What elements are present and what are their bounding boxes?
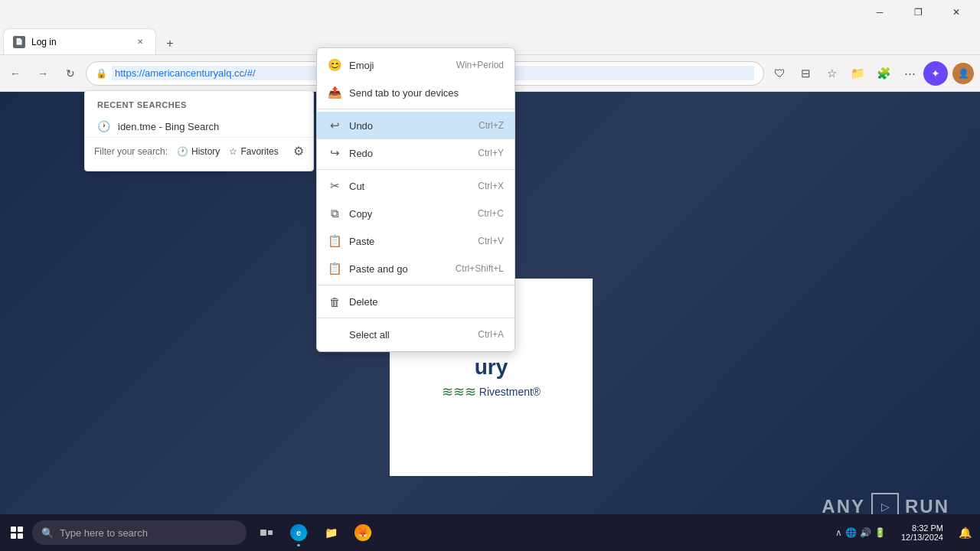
send-tab-label: Send tab to your devices [349,87,496,99]
active-tab[interactable]: 📄 Log in ✕ [3,28,156,54]
undo-shortcut: Ctrl+Z [479,120,504,131]
delete-label: Delete [349,296,496,308]
filter-bar: Filter your search: 🕐 History ☆ Favorite… [85,137,313,165]
history-icon: 🕐 [177,146,188,157]
redo-label: Redo [349,148,470,159]
paste-icon: 📋 [328,234,341,248]
copy-shortcut: Ctrl+C [478,208,504,219]
clock-time: 8:32 PM [901,523,943,533]
redo-shortcut: Ctrl+Y [478,148,504,158]
logo-waves: ≋≋≋ [442,383,476,400]
redo-icon: ↪ [328,146,341,160]
taskbar-search-placeholder: Type here to search [60,527,148,539]
menu-item-emoji[interactable]: 😊 Emoji Win+Period [317,51,514,79]
history-suggestion-icon: 🕐 [97,120,110,132]
menu-item-select-all[interactable]: Select all Ctrl+A [317,321,514,348]
taskbar-search[interactable]: 🔍 Type here to search [32,520,247,545]
logo-text-line1: ury [442,354,541,380]
copy-icon: ⧉ [328,207,341,220]
new-tab-button[interactable]: + [159,33,181,54]
edge-taskbar-item[interactable]: e [283,517,314,548]
paste-go-icon: 📋 [328,262,341,276]
back-button[interactable]: ← [3,61,28,86]
search-suggestion[interactable]: 🕐 iden.tme - Bing Search [85,116,313,137]
tab-title: Log in [31,37,128,47]
history-label: History [191,146,220,157]
select-all-shortcut: Ctrl+A [478,329,504,340]
forward-button[interactable]: → [31,61,55,86]
file-explorer-item[interactable]: 📁 [315,517,346,548]
split-screen-button[interactable]: ⊟ [793,61,818,86]
tv-rect-1 [260,530,266,536]
menu-item-cut[interactable]: ✂ Cut Ctrl+X [317,172,514,200]
task-view-button[interactable] [251,517,282,548]
title-bar: ─ ❐ ✕ [0,0,980,24]
taskbar: 🔍 Type here to search e 📁 🦊 ∧ 🌐 🔊 🔋 8:32 [0,514,980,551]
filter-favorites[interactable]: ☆ Favorites [229,146,278,157]
delete-icon: 🗑 [328,295,341,308]
lock-icon: 🔒 [96,68,107,79]
toolbar-icons: 🛡 ⊟ ☆ 📁 🧩 ⋯ ✦ 👤 [767,61,977,86]
extensions-button[interactable]: 🧩 [871,61,896,86]
browser-essentials-button[interactable]: 🛡 [767,61,792,86]
filter-settings-icon[interactable]: ⚙ [293,144,304,158]
menu-divider-2 [317,169,514,170]
favorites-label: Favorites [240,146,278,157]
taskbar-items: e 📁 🦊 [251,517,378,548]
collections-button[interactable]: 📁 [845,61,870,86]
logo-sub: ≋≋≋ Rivestment® [442,383,541,400]
tab-favicon: 📄 [13,36,25,48]
tab-close-button[interactable]: ✕ [134,36,146,48]
menu-item-copy[interactable]: ⧉ Copy Ctrl+C [317,200,514,227]
menu-item-undo[interactable]: ↩ Undo Ctrl+Z [317,112,514,139]
battery-icon[interactable]: 🔋 [874,527,886,538]
profile-avatar[interactable]: 👤 [952,63,974,84]
start-button[interactable] [3,519,31,546]
emoji-label: Emoji [349,60,449,71]
menu-item-paste[interactable]: 📋 Paste Ctrl+V [317,227,514,255]
copilot-button[interactable]: ✦ [923,61,948,86]
emoji-icon: 😊 [328,58,341,72]
undo-label: Undo [349,120,471,132]
copy-label: Copy [349,208,470,220]
taskbar-right: ∧ 🌐 🔊 🔋 8:32 PM 12/13/2024 🔔 [829,520,977,545]
emoji-shortcut: Win+Period [456,60,504,70]
menu-item-redo[interactable]: ↪ Redo Ctrl+Y [317,139,514,167]
menu-divider-4 [317,318,514,318]
paste-go-shortcut: Ctrl+Shift+L [456,263,504,274]
refresh-button[interactable]: ↻ [58,61,83,86]
menu-divider-1 [317,109,514,109]
title-bar-controls: ─ ❐ ✕ [862,0,974,24]
system-clock[interactable]: 8:32 PM 12/13/2024 [895,523,949,542]
minimize-button[interactable]: ─ [862,0,897,24]
filter-label: Filter your search: [94,146,168,157]
system-tray: ∧ 🌐 🔊 🔋 [829,527,892,538]
speaker-icon[interactable]: 🔊 [860,527,871,538]
menu-item-delete[interactable]: 🗑 Delete [317,288,514,315]
paste-go-label: Paste and go [349,263,448,275]
logo-text-line2: Rivestment® [479,386,541,398]
notification-icon: 🔔 [959,527,972,539]
filter-history[interactable]: 🕐 History [177,146,220,157]
favorites-button[interactable]: ☆ [819,61,844,86]
firefox-icon: 🦊 [354,524,371,541]
notification-button[interactable]: 🔔 [952,520,977,545]
menu-item-send-tab[interactable]: 📤 Send tab to your devices [317,79,514,106]
favorites-filter-icon: ☆ [229,146,237,157]
close-button[interactable]: ✕ [939,0,974,24]
menu-item-paste-go[interactable]: 📋 Paste and go Ctrl+Shift+L [317,255,514,282]
firefox-taskbar-item[interactable]: 🦊 [348,517,378,548]
context-menu: 😊 Emoji Win+Period 📤 Send tab to your de… [316,47,515,352]
network-icon[interactable]: 🌐 [845,527,857,538]
start-square-tl [11,527,16,532]
cut-label: Cut [349,181,470,192]
task-view-icon [260,530,273,536]
restore-button[interactable]: ❐ [900,0,936,24]
address-dropdown: RECENT SEARCHES 🕐 iden.tme - Bing Search… [84,90,314,171]
edge-icon: e [290,524,307,541]
settings-button[interactable]: ⋯ [897,61,922,86]
tray-chevron-icon[interactable]: ∧ [835,527,842,538]
file-explorer-icon: 📁 [322,524,339,541]
windows-icon [11,527,23,539]
paste-label: Paste [349,236,470,247]
